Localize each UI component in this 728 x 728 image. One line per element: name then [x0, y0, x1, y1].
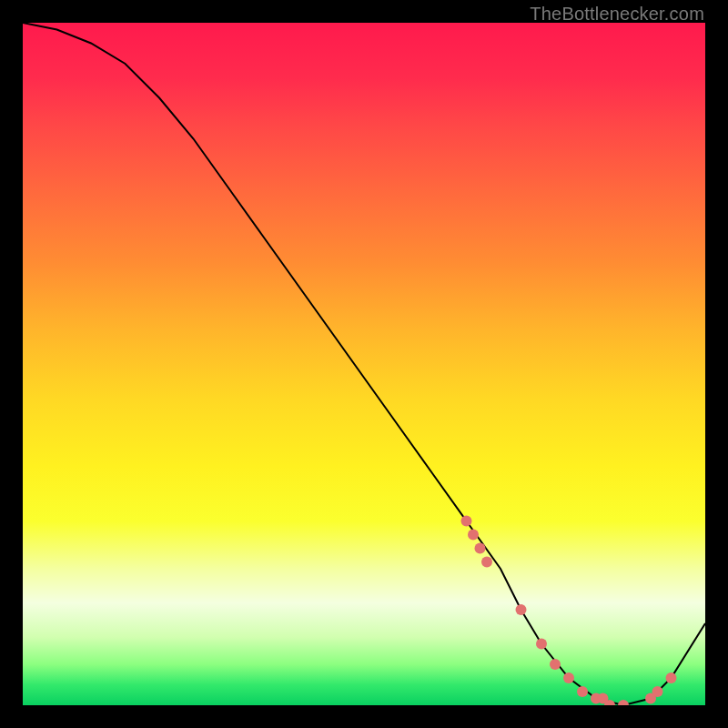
- marker-dot: [577, 686, 588, 697]
- marker-dot: [652, 686, 663, 697]
- marker-dot: [563, 672, 574, 683]
- marker-dot: [475, 543, 486, 554]
- marker-dot: [468, 530, 479, 541]
- marker-dot: [461, 516, 472, 527]
- chart-frame: TheBottlenecker.com: [0, 0, 728, 728]
- watermark-text: TheBottlenecker.com: [530, 4, 704, 25]
- marker-dot: [666, 672, 677, 683]
- marker-dot: [516, 604, 527, 615]
- marker-dot: [536, 639, 547, 650]
- marker-dot: [481, 557, 492, 568]
- marker-dot: [550, 659, 561, 670]
- marker-group: [461, 516, 677, 706]
- bottleneck-curve: [23, 23, 705, 705]
- curve-layer: [23, 23, 705, 705]
- plot-area: [23, 23, 705, 705]
- marker-dot: [618, 700, 629, 705]
